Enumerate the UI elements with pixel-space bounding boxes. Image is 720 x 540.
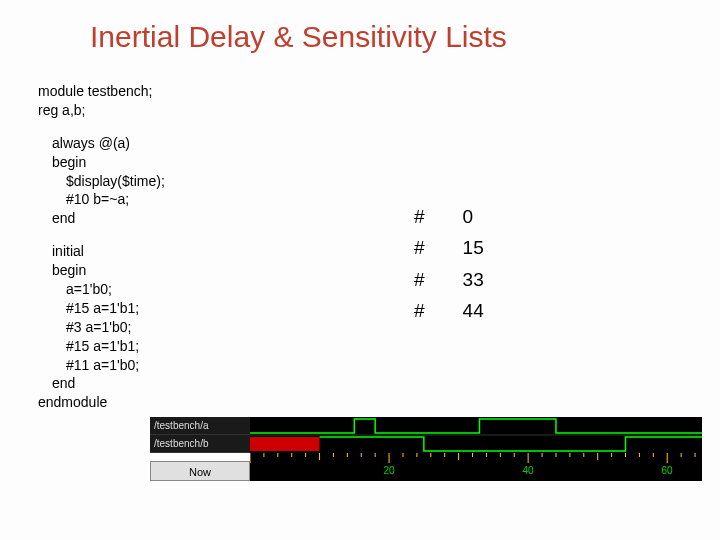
tick-label: 60 <box>661 465 672 476</box>
wave-now-label: Now <box>150 461 250 481</box>
output-value: 15 <box>463 233 520 262</box>
output-hash: # <box>414 265 461 294</box>
code-block: module testbench; reg a,b; always @(a) b… <box>38 82 165 412</box>
wave-svg <box>250 417 702 453</box>
wave-time-axis: 20 40 60 <box>250 453 702 481</box>
code-line: $display($time); <box>38 172 165 191</box>
svg-rect-0 <box>250 437 320 451</box>
output-value: 44 <box>463 296 520 325</box>
wave-signal-labels: /testbench/a /testbench/b <box>150 417 250 453</box>
output-value: 0 <box>463 202 520 231</box>
code-line: begin <box>38 261 165 280</box>
wave-label-a: /testbench/a <box>150 417 250 435</box>
output-hash: # <box>414 202 461 231</box>
output-hash: # <box>414 233 461 262</box>
code-line: #11 a=1'b0; <box>38 356 165 375</box>
axis-svg <box>250 453 702 481</box>
wave-label-b: /testbench/b <box>150 435 250 453</box>
slide-title: Inertial Delay & Sensitivity Lists <box>0 0 720 68</box>
wave-plot <box>250 417 702 453</box>
waveform-viewer: /testbench/a /testbench/b Now 20 40 60 <box>150 417 702 489</box>
code-line: end <box>38 209 165 228</box>
code-line: always @(a) <box>38 134 165 153</box>
tick-label: 20 <box>383 465 394 476</box>
code-line: #10 b=~a; <box>38 190 165 209</box>
code-line: a=1'b0; <box>38 280 165 299</box>
code-line: begin <box>38 153 165 172</box>
output-value: 33 <box>463 265 520 294</box>
code-line: reg a,b; <box>38 101 165 120</box>
code-line: #15 a=1'b1; <box>38 299 165 318</box>
code-line: #15 a=1'b1; <box>38 337 165 356</box>
tick-label: 40 <box>522 465 533 476</box>
code-line: end <box>38 374 165 393</box>
output-block: #0 #15 #33 #44 <box>412 200 522 328</box>
output-hash: # <box>414 296 461 325</box>
code-line: #3 a=1'b0; <box>38 318 165 337</box>
code-line: initial <box>38 242 165 261</box>
code-line: module testbench; <box>38 82 165 101</box>
code-line: endmodule <box>38 393 165 412</box>
